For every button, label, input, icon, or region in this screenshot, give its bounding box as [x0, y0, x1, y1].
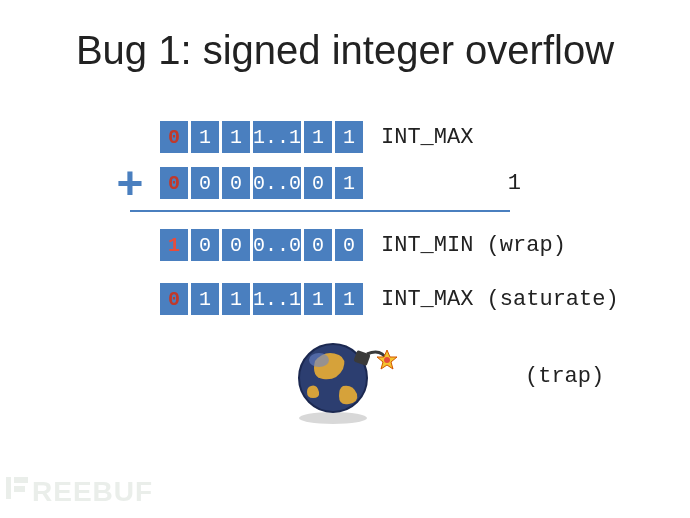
svg-point-0 [299, 412, 367, 424]
bit-cell: 0 [160, 121, 188, 153]
watermark-logo-icon [6, 475, 28, 508]
bit-cell-ellipsis: 0..0 [253, 167, 301, 199]
bit-cell: 0 [191, 229, 219, 261]
bit-cell: 0 [304, 167, 332, 199]
divider-line [130, 210, 510, 212]
bit-cell: 1 [222, 283, 250, 315]
bit-cell: 1 [191, 283, 219, 315]
svg-point-2 [309, 353, 329, 367]
svg-point-5 [384, 357, 390, 363]
bit-cell: 1 [191, 121, 219, 153]
svg-rect-7 [14, 477, 28, 483]
bit-cell: 1 [160, 229, 188, 261]
bit-cell: 1 [335, 121, 363, 153]
bits-intmax: 0 1 1 1..1 1 1 [160, 121, 363, 153]
svg-rect-8 [14, 486, 25, 492]
bits-one: 0 0 0 0..0 0 1 [160, 167, 363, 199]
diagram-content: 0 1 1 1..1 1 1 INT_MAX + 0 0 0 0..0 0 1 … [100, 118, 620, 426]
watermark-text: REEBUF [32, 476, 153, 508]
slide-title: Bug 1: signed integer overflow [0, 28, 690, 73]
row-wrap: 1 0 0 0..0 0 0 INT_MIN (wrap) [100, 226, 620, 264]
watermark: REEBUF [6, 475, 153, 508]
bit-cell-ellipsis: 1..1 [253, 121, 301, 153]
bit-cell: 0 [222, 229, 250, 261]
bit-cell: 1 [335, 167, 363, 199]
bit-cell: 0 [304, 229, 332, 261]
row-trap: (trap) [100, 326, 620, 426]
bit-cell: 0 [335, 229, 363, 261]
bit-cell: 1 [304, 121, 332, 153]
bomb-icon [285, 326, 405, 426]
label-one: 1 [381, 171, 561, 196]
row-one: + 0 0 0 0..0 0 1 1 [100, 164, 620, 202]
bit-cell-ellipsis: 0..0 [253, 229, 301, 261]
row-saturate: 0 1 1 1..1 1 1 INT_MAX (saturate) [100, 280, 620, 318]
bit-cell: 0 [222, 167, 250, 199]
bit-cell: 0 [160, 167, 188, 199]
bit-cell: 1 [222, 121, 250, 153]
plus-icon: + [100, 164, 160, 202]
bit-cell: 0 [160, 283, 188, 315]
bit-cell: 1 [335, 283, 363, 315]
label-saturate: INT_MAX (saturate) [381, 287, 619, 312]
bit-cell-ellipsis: 1..1 [253, 283, 301, 315]
bit-cell: 1 [304, 283, 332, 315]
label-trap: (trap) [525, 364, 604, 389]
bits-wrap: 1 0 0 0..0 0 0 [160, 229, 363, 261]
label-wrap: INT_MIN (wrap) [381, 233, 566, 258]
svg-rect-6 [6, 477, 11, 499]
row-intmax: 0 1 1 1..1 1 1 INT_MAX [100, 118, 620, 156]
label-intmax: INT_MAX [381, 125, 473, 150]
bit-cell: 0 [191, 167, 219, 199]
bits-saturate: 0 1 1 1..1 1 1 [160, 283, 363, 315]
